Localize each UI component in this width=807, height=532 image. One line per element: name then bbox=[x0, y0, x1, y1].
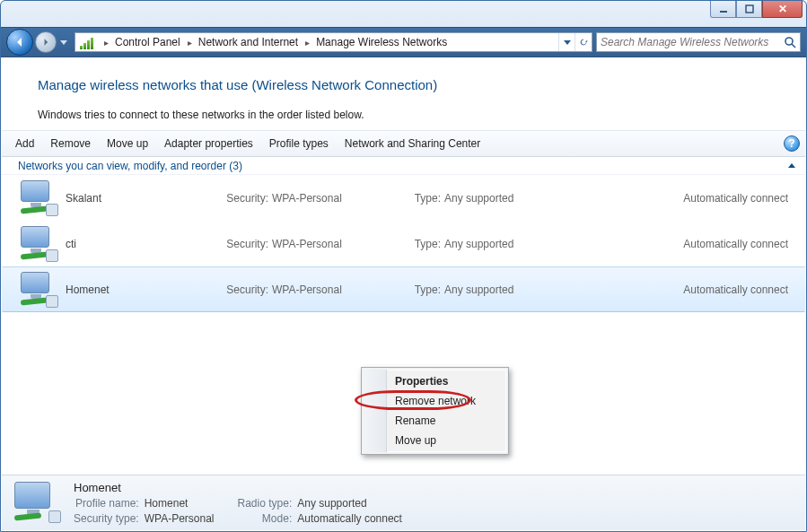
details-mode-label: Mode: bbox=[238, 512, 293, 525]
search-input[interactable] bbox=[601, 36, 784, 48]
type-label: Type: bbox=[408, 283, 444, 296]
search-box[interactable] bbox=[596, 32, 801, 52]
cmd-remove[interactable]: Remove bbox=[50, 137, 91, 150]
signal-icon bbox=[80, 35, 94, 49]
page-title: Manage wireless networks that use (Wirel… bbox=[38, 77, 778, 92]
security-value: WPA-Personal bbox=[272, 238, 408, 250]
breadcrumb-item[interactable]: Control Panel bbox=[113, 36, 182, 48]
network-icon bbox=[13, 482, 61, 525]
connect-mode: Automatically connect bbox=[606, 238, 788, 250]
details-radio-value: Any supported bbox=[297, 497, 402, 510]
help-button[interactable]: ? bbox=[784, 135, 800, 152]
type-value: Any supported bbox=[444, 238, 606, 250]
type-label: Type: bbox=[408, 238, 444, 250]
details-profile-label: Profile name: bbox=[74, 497, 139, 510]
security-label: Security: bbox=[218, 238, 272, 250]
details-mode-value: Automatically connect bbox=[297, 512, 402, 525]
cmd-move-up[interactable]: Move up bbox=[107, 137, 148, 150]
network-icon bbox=[19, 226, 58, 262]
network-name: cti bbox=[66, 238, 218, 250]
network-row[interactable]: SkalantSecurity:WPA-PersonalType:Any sup… bbox=[2, 175, 805, 221]
address-bar-row: ▸ Control Panel ▸ Network and Internet ▸… bbox=[1, 27, 806, 57]
breadcrumb-item[interactable]: Network and Internet bbox=[197, 36, 300, 48]
group-header[interactable]: Networks you can view, modify, and reord… bbox=[2, 157, 805, 175]
svg-point-2 bbox=[785, 38, 793, 45]
network-name: Skalant bbox=[66, 192, 218, 205]
command-bar: Add Remove Move up Adapter properties Pr… bbox=[2, 130, 805, 157]
breadcrumb-separator[interactable]: ▸ bbox=[182, 38, 197, 48]
breadcrumb-separator[interactable]: ▸ bbox=[99, 38, 113, 48]
content-area: Manage wireless networks that use (Wirel… bbox=[2, 57, 805, 530]
window-frame: ✕ ▸ Control Panel ▸ Network and Internet… bbox=[0, 0, 807, 532]
cmd-network-sharing-center[interactable]: Network and Sharing Center bbox=[345, 137, 480, 150]
network-list: SkalantSecurity:WPA-PersonalType:Any sup… bbox=[2, 175, 805, 312]
details-security-label: Security type: bbox=[74, 512, 139, 525]
svg-line-3 bbox=[792, 44, 795, 48]
collapse-icon[interactable] bbox=[787, 161, 796, 170]
security-label: Security: bbox=[218, 283, 272, 296]
titlebar: ✕ bbox=[1, 1, 806, 27]
window-controls: ✕ bbox=[710, 1, 803, 18]
details-security-value: WPA-Personal bbox=[145, 512, 215, 525]
cmd-profile-types[interactable]: Profile types bbox=[269, 137, 329, 150]
network-icon bbox=[19, 272, 58, 308]
svg-rect-1 bbox=[746, 5, 753, 13]
back-button[interactable] bbox=[6, 29, 33, 56]
search-icon bbox=[784, 36, 796, 48]
close-button[interactable]: ✕ bbox=[762, 1, 803, 18]
minimize-button[interactable] bbox=[710, 1, 736, 18]
page-subtitle: Windows tries to connect to these networ… bbox=[38, 109, 778, 121]
breadcrumb-bar[interactable]: ▸ Control Panel ▸ Network and Internet ▸… bbox=[75, 32, 592, 52]
security-label: Security: bbox=[218, 192, 272, 205]
ctx-move-up[interactable]: Move up bbox=[364, 431, 505, 450]
ctx-remove-network[interactable]: Remove network bbox=[364, 391, 505, 411]
forward-button[interactable] bbox=[35, 31, 57, 53]
type-label: Type: bbox=[408, 192, 444, 205]
network-icon bbox=[19, 180, 58, 216]
group-label: Networks you can view, modify, and reord… bbox=[18, 160, 242, 172]
details-radio-label: Radio type: bbox=[238, 497, 293, 510]
context-menu: Properties Remove network Rename Move up bbox=[361, 367, 509, 455]
cmd-adapter-properties[interactable]: Adapter properties bbox=[164, 137, 253, 150]
security-value: WPA-Personal bbox=[272, 283, 408, 296]
breadcrumb-dropdown[interactable] bbox=[558, 33, 575, 51]
breadcrumb-item[interactable]: Manage Wireless Networks bbox=[314, 36, 449, 48]
network-row[interactable]: ctiSecurity:WPA-PersonalType:Any support… bbox=[2, 221, 805, 266]
connect-mode: Automatically connect bbox=[606, 283, 788, 296]
maximize-button[interactable] bbox=[736, 1, 762, 18]
details-pane: Homenet Profile name: Homenet Security t… bbox=[2, 475, 805, 530]
breadcrumb-separator[interactable]: ▸ bbox=[300, 38, 314, 48]
cmd-add[interactable]: Add bbox=[15, 137, 34, 150]
ctx-rename[interactable]: Rename bbox=[364, 411, 505, 431]
connect-mode: Automatically connect bbox=[606, 192, 788, 205]
ctx-properties[interactable]: Properties bbox=[364, 371, 505, 391]
security-value: WPA-Personal bbox=[272, 192, 408, 205]
details-profile-value: Homenet bbox=[145, 497, 215, 510]
nav-history-dropdown[interactable] bbox=[58, 31, 69, 53]
refresh-button[interactable] bbox=[575, 33, 591, 51]
type-value: Any supported bbox=[444, 192, 606, 205]
svg-rect-0 bbox=[720, 11, 727, 13]
network-name: Homenet bbox=[66, 283, 218, 296]
type-value: Any supported bbox=[444, 283, 606, 296]
details-title: Homenet bbox=[74, 481, 139, 494]
network-row[interactable]: HomenetSecurity:WPA-PersonalType:Any sup… bbox=[2, 266, 805, 312]
page-header: Manage wireless networks that use (Wirel… bbox=[2, 57, 805, 130]
browser-tabs bbox=[1, 1, 10, 27]
